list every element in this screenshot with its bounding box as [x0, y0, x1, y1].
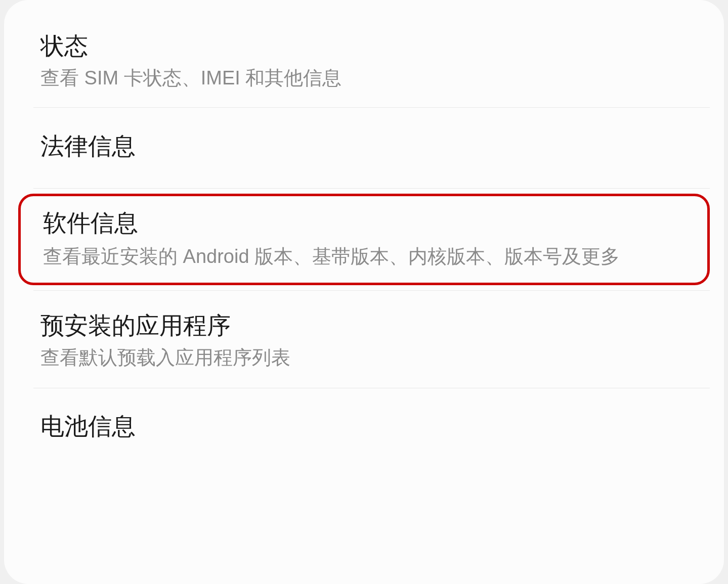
- setting-desc-status: 查看 SIM 卡状态、IMEI 和其他信息: [40, 65, 688, 91]
- highlight-box: 软件信息 查看最近安装的 Android 版本、基带版本、内核版本、版本号及更多: [18, 194, 710, 285]
- setting-desc-preinstalled: 查看默认预载入应用程序列表: [40, 345, 688, 371]
- setting-title-preinstalled: 预安装的应用程序: [40, 310, 688, 341]
- setting-title-legal: 法律信息: [40, 130, 688, 161]
- settings-panel: 状态 查看 SIM 卡状态、IMEI 和其他信息 法律信息 软件信息 查看最近安…: [4, 0, 724, 584]
- setting-item-software[interactable]: 软件信息 查看最近安装的 Android 版本、基带版本、内核版本、版本号及更多: [21, 196, 707, 282]
- setting-item-preinstalled[interactable]: 预安装的应用程序 查看默认预载入应用程序列表: [4, 291, 724, 388]
- setting-desc-software: 查看最近安装的 Android 版本、基带版本、内核版本、版本号及更多: [43, 244, 685, 269]
- setting-item-status[interactable]: 状态 查看 SIM 卡状态、IMEI 和其他信息: [4, 20, 724, 107]
- divider: [33, 188, 710, 189]
- setting-title-battery: 电池信息: [40, 411, 688, 441]
- setting-title-software: 软件信息: [43, 207, 685, 238]
- setting-item-battery[interactable]: 电池信息: [4, 388, 724, 441]
- setting-title-status: 状态: [40, 30, 688, 61]
- setting-item-legal[interactable]: 法律信息: [4, 108, 724, 188]
